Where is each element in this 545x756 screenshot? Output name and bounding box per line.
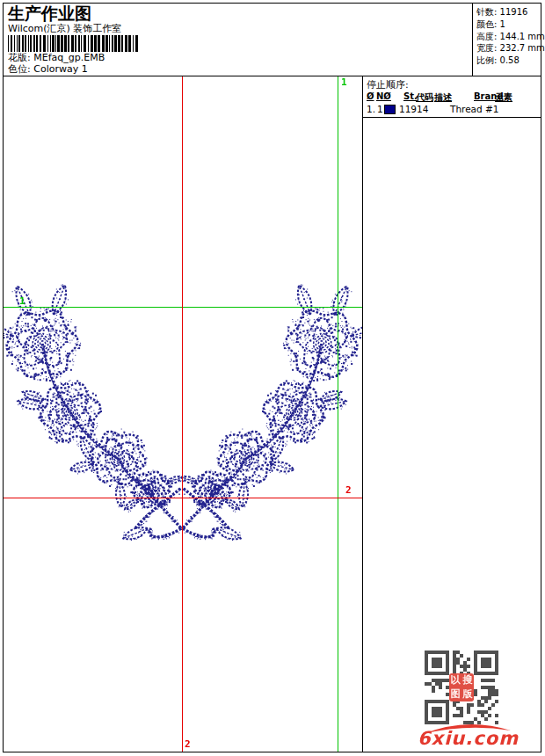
design-file-label: 花版:	[8, 52, 31, 63]
stat-scale: 比例: 0.58	[476, 55, 541, 67]
design-stats: 针数: 11916 颜色: 1 高度: 144.1 mm 宽度: 232.7 m…	[472, 4, 541, 76]
stop-sequence-header: Ø NØ St. 代码 描述 Brand 元素	[363, 91, 541, 103]
row-index: 1.	[367, 104, 375, 114]
qr-stamp-char: 版	[462, 689, 473, 700]
qr-stamp: 以 搜 图 版	[449, 673, 474, 701]
col-needle: NØ	[376, 91, 391, 101]
design-view: 1 1 2 2	[4, 76, 362, 752]
col-code: 代码	[416, 91, 433, 104]
start-marker-label-top: 1	[341, 78, 347, 87]
end-marker-label-bottom: 2	[185, 740, 191, 749]
page-frame: 生产作业图 Wilcom(汇京) 装饰工作室 花版: MEfaq_gp.EMB …	[3, 3, 541, 752]
end-guide-vertical	[182, 76, 183, 752]
colorway-label: 色位:	[8, 63, 31, 75]
row-description: Thread #1	[450, 104, 499, 114]
row-needle: 1	[377, 104, 383, 114]
stat-width-value: 232.7 mm	[500, 43, 545, 53]
embroidery-design-canvas	[4, 76, 362, 752]
thread-swatch	[384, 105, 396, 114]
stat-stitches: 针数: 11916	[476, 6, 541, 18]
colorway-row: 色位: Colorway 1	[8, 64, 472, 76]
stop-sequence-title: 停止顺序:	[367, 78, 409, 91]
stat-width-label: 宽度:	[476, 43, 497, 53]
content: 1 1 2 2 停止顺序: Ø NØ St. 代码 描述 Brand 元素 1	[4, 76, 541, 752]
qr-stamp-char: 搜	[462, 675, 473, 686]
start-guide-horizontal	[4, 307, 362, 308]
studio-name: Wilcom(汇京) 装饰工作室	[8, 23, 472, 34]
panel-divider	[363, 117, 541, 118]
col-description: 描述	[434, 91, 452, 104]
site-logo: 6xiu.com	[418, 728, 519, 749]
start-marker-label-left: 1	[19, 297, 25, 306]
stat-scale-label: 比例:	[476, 55, 497, 65]
stat-colors-label: 颜色:	[476, 19, 497, 29]
stat-width: 宽度: 232.7 mm	[476, 42, 541, 55]
col-elements: 元素	[495, 91, 512, 104]
row-stitches: 11914	[399, 104, 428, 114]
stat-stitches-label: 针数:	[476, 7, 497, 17]
page-title: 生产作业图	[8, 4, 472, 23]
design-file-value: MEfaq_gp.EMB	[33, 52, 105, 63]
stop-sequence-panel: 停止顺序: Ø NØ St. 代码 描述 Brand 元素 1. 1 11914…	[362, 76, 541, 752]
header: 生产作业图 Wilcom(汇京) 装饰工作室 花版: MEfaq_gp.EMB …	[4, 4, 541, 76]
stat-stitches-value: 11916	[500, 7, 528, 17]
end-marker-label-right: 2	[345, 486, 352, 495]
stat-scale-value: 0.58	[500, 55, 520, 65]
col-hash: Ø	[367, 91, 374, 101]
qr-stamp-char: 图	[450, 689, 461, 700]
stat-colors-value: 1	[500, 19, 505, 29]
stat-height-value: 144.1 mm	[500, 32, 545, 41]
qr-code: 以 搜 图 版	[425, 651, 498, 724]
qr-stamp-char: 以	[450, 675, 461, 686]
stat-height-label: 高度:	[476, 32, 497, 41]
production-worksheet: 生产作业图 Wilcom(汇京) 装饰工作室 花版: MEfaq_gp.EMB …	[0, 0, 545, 756]
barcode-image	[8, 35, 140, 52]
header-left: 生产作业图 Wilcom(汇京) 装饰工作室 花版: MEfaq_gp.EMB …	[4, 4, 472, 76]
end-guide-horizontal	[4, 498, 362, 498]
stop-sequence-row: 1. 1 11914 Thread #1	[363, 104, 541, 116]
colorway-value: Colorway 1	[33, 63, 87, 75]
stat-colors: 颜色: 1	[476, 18, 541, 31]
start-guide-vertical	[338, 76, 338, 752]
stat-height: 高度: 144.1 mm	[476, 31, 541, 43]
